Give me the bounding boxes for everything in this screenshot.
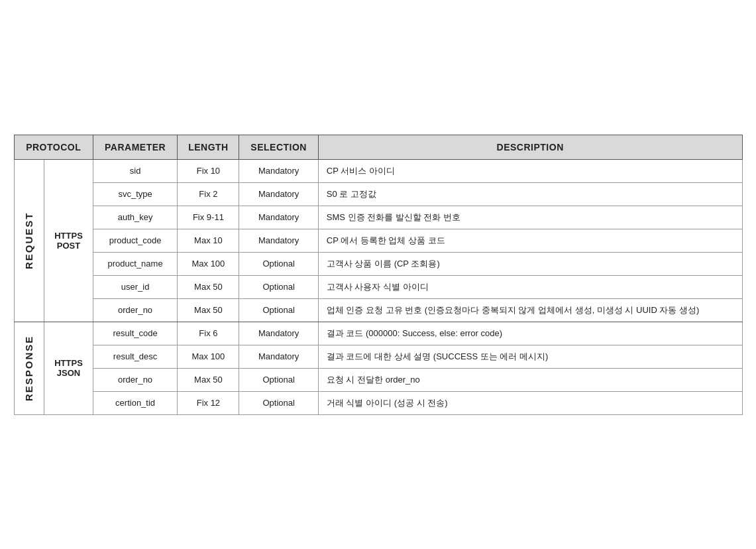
description-cell: 고객사 사용자 식별 아이디: [318, 275, 742, 298]
param-cell: sid: [93, 159, 178, 182]
param-cell: result_desc: [93, 345, 178, 368]
length-cell: Fix 9-11: [178, 206, 239, 229]
param-cell: user_id: [93, 275, 178, 298]
param-cell: svc_type: [93, 182, 178, 206]
param-cell: product_name: [93, 252, 178, 275]
selection-cell: Mandatory: [239, 345, 318, 368]
header-selection: SELECTION: [239, 135, 318, 159]
length-cell: Max 50: [178, 275, 239, 298]
description-cell: SMS 인증 전화를 발신할 전화 번호: [318, 206, 742, 229]
header-parameter: PARAMETER: [93, 135, 178, 159]
param-cell: certion_tid: [93, 391, 178, 414]
description-cell: S0 로 고정값: [318, 182, 742, 206]
length-cell: Max 50: [178, 368, 239, 391]
length-cell: Fix 10: [178, 159, 239, 182]
main-table-wrapper: PROTOCOL PARAMETER LENGTH SELECTION DESC…: [14, 135, 743, 415]
header-protocol: PROTOCOL: [14, 135, 93, 159]
selection-cell: Optional: [239, 275, 318, 298]
selection-cell: Mandatory: [239, 229, 318, 252]
description-cell: 고객사 상품 이름 (CP 조회용): [318, 252, 742, 275]
response-sub-label: HTTPS JSON: [44, 322, 93, 414]
param-cell: result_code: [93, 322, 178, 345]
description-cell: CP 서비스 아이디: [318, 159, 742, 182]
selection-cell: Mandatory: [239, 159, 318, 182]
selection-cell: Mandatory: [239, 322, 318, 345]
length-cell: Fix 6: [178, 322, 239, 345]
request-label: REQUEST: [14, 159, 44, 322]
length-cell: Fix 2: [178, 182, 239, 206]
selection-cell: Optional: [239, 368, 318, 391]
description-cell: 업체 인증 요청 고유 번호 (인증요청마다 중복되지 않게 업체에서 생성, …: [318, 298, 742, 322]
header-length: LENGTH: [178, 135, 239, 159]
length-cell: Max 100: [178, 345, 239, 368]
param-cell: order_no: [93, 298, 178, 322]
selection-cell: Mandatory: [239, 206, 318, 229]
header-description: DESCRIPTION: [318, 135, 742, 159]
description-cell: 결과 코드 (000000: Success, else: error code…: [318, 322, 742, 345]
param-cell: auth_key: [93, 206, 178, 229]
response-label: RESPONSE: [14, 322, 44, 414]
selection-cell: Optional: [239, 252, 318, 275]
description-cell: 거래 식별 아이디 (성공 시 전송): [318, 391, 742, 414]
param-cell: product_code: [93, 229, 178, 252]
api-protocol-table: PROTOCOL PARAMETER LENGTH SELECTION DESC…: [14, 135, 743, 415]
selection-cell: Optional: [239, 298, 318, 322]
length-cell: Max 10: [178, 229, 239, 252]
request-sub-label: HTTPS POST: [44, 159, 93, 322]
selection-cell: Mandatory: [239, 182, 318, 206]
length-cell: Fix 12: [178, 391, 239, 414]
selection-cell: Optional: [239, 391, 318, 414]
description-cell: 요청 시 전달한 order_no: [318, 368, 742, 391]
length-cell: Max 50: [178, 298, 239, 322]
description-cell: 결과 코드에 대한 상세 설명 (SUCCESS 또는 에러 메시지): [318, 345, 742, 368]
param-cell: order_no: [93, 368, 178, 391]
description-cell: CP 에서 등록한 업체 상품 코드: [318, 229, 742, 252]
length-cell: Max 100: [178, 252, 239, 275]
